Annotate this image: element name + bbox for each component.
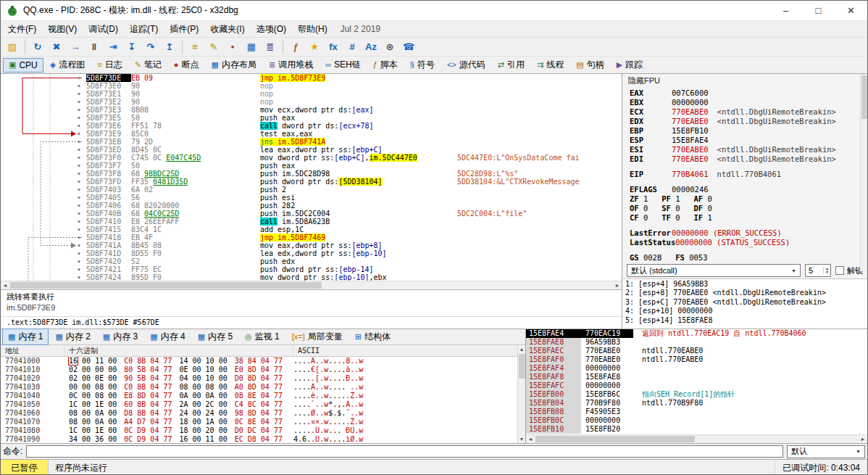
stack-row[interactable]: 15E8FAEC770EABE0ntdll.770EABE0	[526, 347, 867, 355]
toolbar-favourites-star-button[interactable]: ★	[306, 39, 323, 55]
close-button[interactable]: ✕	[835, 1, 867, 20]
disasm-row[interactable]: 5D8F73EB79 2Djns im.5D8F741A	[1, 138, 622, 146]
argument-row[interactable]: 2: [esp+8] 770EABE0 <ntdll.DbgUiRemoteBr…	[625, 289, 867, 297]
register-row[interactable]: EBP15E8FB10	[630, 126, 864, 136]
scroll-up-icon[interactable]: ▲	[518, 345, 525, 353]
disasm-row[interactable]: 5D8F7421FF75 ECpush dword ptr ss:[ebp-14…	[1, 265, 622, 273]
tab-memory-3[interactable]: ▦内存 3	[97, 329, 143, 345]
disasm-row[interactable]: 5D8F73E550push eax	[1, 114, 622, 122]
disasm-row[interactable]: 5D8F73E38B08mov ecx,dword ptr ds:[eax]	[1, 106, 622, 114]
register-row[interactable]: ECX770EABE0<ntdll.DbgUiRemoteBreakin>	[630, 107, 864, 117]
toolbar-settings-button[interactable]: ⊛	[381, 39, 398, 55]
tab-memory-2[interactable]: ▦内存 2	[49, 329, 96, 345]
scroll-left-icon[interactable]: ◄	[526, 435, 535, 443]
toolbar-step-out-button[interactable]: ↥	[161, 39, 178, 55]
args-count-spinner[interactable]: 5 ▲▼	[805, 264, 831, 277]
call-arguments-list[interactable]: 1: [esp+4] 96A59BB32: [esp+8] 770EABE0 <…	[622, 278, 867, 329]
register-row[interactable]: ESP15E8FAE4	[630, 136, 864, 145]
register-row[interactable]: EDI770EABE0<ntdll.DbgUiRemoteBreakin>	[630, 154, 864, 164]
dump-row[interactable]: 7704101002 00 00 0080 5B 04 770E 00 10 0…	[1, 365, 517, 374]
stack-view[interactable]: 15E8FAE4770EAC19返回到 ntdll.770EAC19 自 ntd…	[526, 329, 867, 434]
disasm-row[interactable]: 5D8F741583C4 1Cadd esp,1C	[1, 226, 622, 234]
disasm-row[interactable]: 5D8F73E290nop	[1, 98, 622, 106]
register-row[interactable]: EFLAGS00000246	[630, 185, 864, 194]
tab-breakpoints[interactable]: ●断点	[168, 57, 205, 73]
tab-watch-1[interactable]: ◎监视 1	[239, 329, 285, 345]
tab-notes[interactable]: ✎笔记	[129, 57, 167, 73]
toolbar-memory-map-button[interactable]: ▦	[243, 39, 260, 55]
menu-view[interactable]: 视图(V)	[42, 22, 83, 37]
argument-row[interactable]: 3: [esp+C] 770EABE0 <ntdll.DbgUiRemoteBr…	[625, 298, 867, 307]
dump-row[interactable]: 7704109034 00 36 000C D9 04 7716 00 11 0…	[1, 435, 517, 443]
tab-graph[interactable]: ◈流程图	[44, 57, 91, 73]
disasm-row[interactable]: 5D8F73E6FF51 78call dword ptr ds:[ecx+78…	[1, 122, 622, 130]
disasm-row[interactable]: 5D8F73F868 98BDC25Dpush im.5DC28D985DC28…	[1, 170, 622, 178]
registers-list[interactable]: EAX007C6000EBX00000000ECX770EABE0<ntdll.…	[622, 86, 867, 263]
toolbar-hash-button[interactable]: #	[343, 39, 361, 55]
toolbar-restart-button[interactable]: ↻	[29, 39, 46, 55]
stack-row[interactable]: 15E8FB04770B9F80ntdll.770B9F80	[526, 399, 867, 408]
disasm-row[interactable]: 5D8F73E190nop	[1, 90, 622, 98]
argument-row[interactable]: 1: [esp+4] 96A59BB3	[625, 280, 867, 289]
memory-dump-view[interactable]: 7704100016 00 11 00C0 8B 04 7714 00 10 0…	[1, 357, 525, 443]
register-row[interactable]: EIP770B4061ntdll.770B4061	[630, 170, 864, 179]
stack-row[interactable]: 15E8FAFC00000000	[526, 381, 867, 390]
register-row[interactable]: EDX770EABE0<ntdll.DbgUiRemoteBreakin>	[630, 117, 864, 126]
disasm-row[interactable]: 5D8F74036A 02push 2	[1, 186, 622, 194]
menu-file[interactable]: 文件(F)	[2, 22, 42, 37]
register-row[interactable]: EAX007C6000	[630, 88, 864, 98]
toolbar-attach-button[interactable]: ☎	[400, 39, 417, 55]
checkbox-box[interactable]	[835, 266, 844, 275]
scroll-thumb[interactable]	[519, 354, 525, 379]
register-row[interactable]: EBX00000000	[630, 98, 864, 107]
disasm-row[interactable]: 5D8F73F750push eax	[1, 162, 622, 170]
stack-row[interactable]: 15E8FAE896A59BB3	[526, 338, 867, 347]
tab-cpu[interactable]: ▣CPU	[3, 58, 43, 73]
toolbar-breakpoints-button[interactable]: ▪	[224, 39, 241, 55]
register-row[interactable]: OF 0 SF 0 DF 0	[630, 204, 864, 213]
register-row[interactable]: ZF 1 PF 1 AF 0	[630, 194, 864, 204]
tab-source[interactable]: <>源代码	[441, 57, 491, 73]
disasm-row[interactable]: 5D8F740B68 04C0C25Dpush im.5DC2C0045DC2C…	[1, 210, 622, 218]
registers-scrollbar[interactable]	[860, 74, 867, 271]
stack-row[interactable]: 15E8FB1015E8FB20	[526, 425, 867, 434]
disasm-row[interactable]: 5D8F73FDFF35 0481D35Dpush dword ptr ds:[…	[1, 178, 622, 186]
dump-vertical-scrollbar[interactable]: ▲ ▼	[517, 345, 525, 443]
menu-trace[interactable]: 追踪(T)	[124, 22, 164, 37]
dump-row[interactable]: 7704100016 00 11 00C0 8B 04 7714 00 10 0…	[1, 357, 517, 365]
disasm-row[interactable]: 5D8F742052push edx	[1, 257, 622, 265]
tab-memory-4[interactable]: ▦内存 4	[144, 329, 191, 345]
scroll-right-icon[interactable]: ►	[613, 281, 622, 289]
unlock-checkbox[interactable]: 解锁	[835, 265, 863, 276]
menu-options[interactable]: 选项(O)	[251, 22, 292, 37]
disasm-row[interactable]: 5D8F7410E8 26EEFAFFcall im.5D8A623B	[1, 218, 622, 226]
stack-row[interactable]: 15E8FAF400000000	[526, 364, 867, 373]
tab-seh[interactable]: ∞SEH链	[320, 57, 367, 73]
register-row[interactable]: LastError00000000 (ERROR_SUCCESS)	[630, 228, 864, 238]
stack-row[interactable]: 15E8FAE4770EAC19返回到 ntdll.770EAC19 自 ntd…	[526, 329, 867, 338]
scroll-right-icon[interactable]: ►	[859, 435, 867, 443]
register-row[interactable]: ESI770EABE0<ntdll.DbgUiRemoteBreakin>	[630, 145, 864, 154]
stack-row[interactable]: 15E8FAF0770EABE0ntdll.770EABE0	[526, 355, 867, 364]
disasm-row[interactable]: 5D8F73ED8D45 0Clea eax,dword ptr ss:[ebp…	[1, 146, 622, 154]
disasm-row[interactable]: 5D8F73E985C0test eax,eax	[1, 130, 622, 138]
toolbar-pause-button[interactable]: ‖	[85, 39, 103, 55]
tab-trace[interactable]: ▶跟踪	[611, 57, 648, 73]
dump-row[interactable]: 7704103000 00 08 00C0 8B 04 7708 00 08 0…	[1, 383, 517, 392]
scroll-left-icon[interactable]: ◄	[1, 281, 9, 289]
register-row[interactable]: LastStatus00000000 (STATUS_SUCCESS)	[630, 238, 864, 247]
argument-row[interactable]: 5: [esp+14] 15E8FAE8	[625, 316, 867, 325]
toolbar-close-debuggee-button[interactable]: ✖	[48, 39, 65, 55]
disasm-row[interactable]: 5D8F73E090nop	[1, 82, 622, 90]
disasm-row[interactable]: 5D8F740556push esi	[1, 194, 622, 202]
tab-memory-5[interactable]: ▦内存 5	[192, 329, 238, 345]
scroll-thumb[interactable]	[535, 436, 695, 442]
stack-row[interactable]: 15E8FB0C00000000	[526, 416, 867, 425]
disasm-row[interactable]: 5D8F73DEEB 09jmp im.5D8F73E9	[1, 74, 622, 82]
command-mode-select[interactable]: 默认 ▼	[787, 445, 865, 458]
toolbar-case-convert-button[interactable]: Az	[362, 39, 380, 55]
tab-memory-map[interactable]: ▦内存布局	[206, 57, 262, 73]
minimize-button[interactable]: –	[769, 1, 802, 20]
spinner-arrows-icon[interactable]: ▲▼	[823, 267, 830, 274]
tab-script[interactable]: ƒ脚本	[367, 57, 404, 73]
